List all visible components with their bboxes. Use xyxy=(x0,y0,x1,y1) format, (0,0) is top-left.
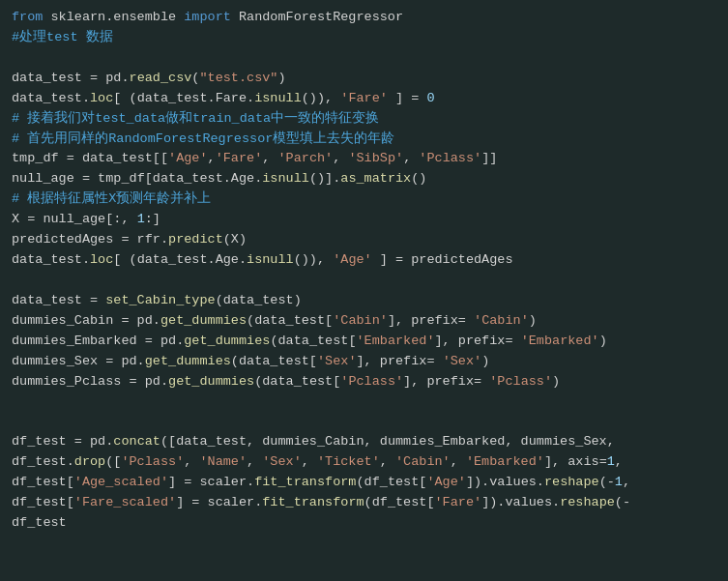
code-line-3 xyxy=(12,48,716,69)
code-line-11: X = null_age[:, 1:] xyxy=(12,210,716,230)
code-line-5: data_test.loc[ (data_test.Fare.isnull())… xyxy=(12,89,716,109)
code-line-20 xyxy=(12,392,716,413)
code-line-6: # 接着我们对test_data做和train_data中一致的特征变换 xyxy=(12,109,716,130)
code-line-4: data_test = pd.read_csv("test.csv") xyxy=(12,69,716,89)
code-line-12: predictedAges = rfr.predict(X) xyxy=(12,230,716,250)
code-line-1: from sklearn.ensemble import RandomFores… xyxy=(12,8,716,28)
code-line-9: null_age = tmp_df[data_test.Age.isnull()… xyxy=(12,169,716,189)
code-line-10: # 根据特征属性X预测年龄并补上 xyxy=(12,189,716,210)
code-line-15: data_test = set_Cabin_type(data_test) xyxy=(12,291,716,311)
code-line-23: df_test.drop(['Pclass', 'Name', 'Sex', '… xyxy=(12,452,716,473)
code-line-21 xyxy=(12,412,716,432)
code-editor: from sklearn.ensemble import RandomFores… xyxy=(0,0,728,581)
code-line-7: # 首先用同样的RandomForestRegressor模型填上去失的年龄 xyxy=(12,130,716,150)
code-line-13: data_test.loc[ (data_test.Age.isnull()),… xyxy=(12,250,716,271)
code-line-16: dummies_Cabin = pd.get_dummies(data_test… xyxy=(12,311,716,332)
code-line-8: tmp_df = data_test[['Age','Fare', 'Parch… xyxy=(12,149,716,169)
code-line-22: df_test = pd.concat([data_test, dummies_… xyxy=(12,432,716,452)
code-line-26: df_test xyxy=(12,513,716,534)
code-line-24: df_test['Age_scaled'] = scaler.fit_trans… xyxy=(12,473,716,493)
code-line-14 xyxy=(12,271,716,291)
code-line-17: dummies_Embarked = pd.get_dummies(data_t… xyxy=(12,332,716,352)
code-line-25: df_test['Fare_scaled'] = scaler.fit_tran… xyxy=(12,493,716,513)
code-line-2: #处理test 数据 xyxy=(12,28,716,48)
code-line-18: dummies_Sex = pd.get_dummies(data_test['… xyxy=(12,352,716,372)
code-line-19: dummies_Pclass = pd.get_dummies(data_tes… xyxy=(12,372,716,392)
